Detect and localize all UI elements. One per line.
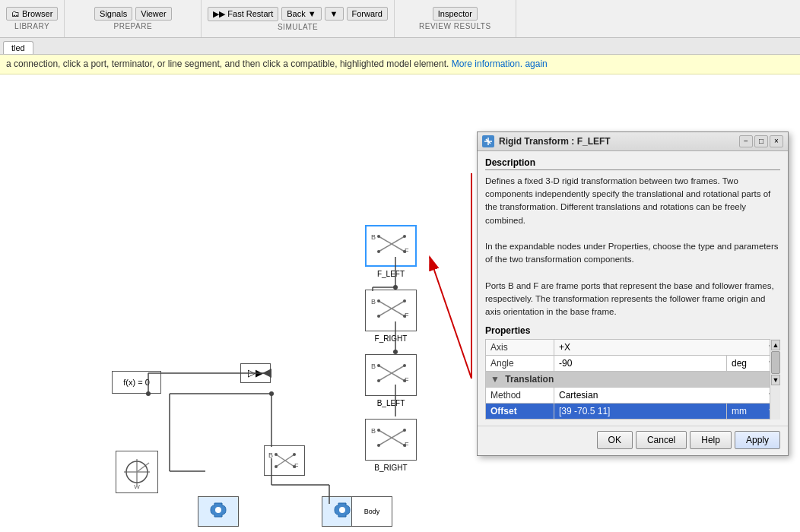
f-left-block[interactable]: B F — [365, 225, 417, 267]
translation-cell: ▼ Translation — [486, 371, 780, 387]
axis-value-cell[interactable]: +X ▼ — [554, 339, 780, 355]
viewer-button[interactable]: Viewer — [135, 7, 171, 21]
f-right-block[interactable]: B F — [365, 290, 417, 331]
world-block[interactable]: W — [116, 451, 158, 493]
help-button[interactable]: Help — [690, 431, 732, 449]
svg-text:B: B — [268, 451, 273, 459]
scrollbar-thumb[interactable] — [771, 351, 780, 374]
simulate-label: SIMULATE — [278, 23, 318, 31]
svg-point-4 — [269, 391, 274, 396]
f-right-icon: B F — [370, 293, 412, 327]
ok-button[interactable]: OK — [597, 431, 633, 449]
f-left-label: F_LEFT — [365, 270, 417, 278]
svg-point-32 — [293, 465, 296, 468]
review-label: REVIEW RESULTS — [419, 22, 491, 30]
svg-point-31 — [293, 453, 296, 456]
svg-point-63 — [403, 364, 406, 367]
restore-button[interactable]: □ — [754, 135, 768, 147]
bf-icon: B F — [265, 447, 303, 474]
toolbar: 🗂 Browser LIBRARY Signals Viewer PREPARE… — [0, 0, 800, 38]
description-text: Defines a fixed 3-D rigid transformation… — [485, 175, 780, 319]
rigid-transform-dialog: Rigid Transform : F_LEFT − □ × Descripti… — [477, 131, 789, 456]
arrow-block[interactable]: ▷▶ — [240, 363, 271, 383]
svg-point-62 — [377, 379, 380, 382]
svg-point-29 — [275, 453, 278, 456]
b-right-icon: B F — [370, 423, 412, 456]
scrollbar-down-arrow[interactable]: ▼ — [771, 375, 780, 385]
gear1-icon — [203, 499, 233, 524]
f-left-icon: B F — [370, 229, 412, 262]
library-label: LIBRARY — [14, 22, 49, 30]
forward-button[interactable]: Forward — [347, 7, 388, 21]
svg-point-61 — [377, 364, 380, 367]
offset-label: Offset — [486, 403, 554, 419]
info-banner: a connection, click a port, terminator, … — [0, 55, 800, 74]
more-info-link[interactable]: More information. — [452, 59, 522, 69]
tab-main[interactable]: tled — [3, 41, 33, 54]
bf-block[interactable]: B F — [264, 445, 305, 476]
b-left-icon: B F — [370, 358, 412, 391]
svg-point-64 — [403, 379, 406, 382]
svg-text:B: B — [371, 233, 376, 241]
minimize-button[interactable]: − — [739, 135, 753, 147]
toolbar-review-section: Inspector REVIEW RESULTS — [395, 0, 516, 37]
method-value-cell[interactable]: Cartesian ▼ — [554, 387, 780, 403]
apply-button[interactable]: Apply — [735, 431, 780, 449]
back-button[interactable]: Back ▼ — [281, 7, 321, 21]
scrollbar-up-arrow[interactable]: ▲ — [771, 340, 780, 350]
dialog-body: Description Defines a fixed 3-D rigid tr… — [478, 151, 788, 426]
angle-value-cell[interactable]: -90 — [554, 355, 727, 371]
svg-point-34 — [339, 507, 345, 513]
do-again-link[interactable]: again — [525, 59, 547, 69]
method-row: Method Cartesian ▼ — [486, 387, 780, 403]
svg-point-47 — [403, 235, 406, 238]
svg-point-72 — [403, 444, 406, 447]
method-dropdown[interactable]: Cartesian ▼ — [559, 390, 775, 401]
translation-expand-icon[interactable]: ▼ — [490, 374, 500, 385]
signals-button[interactable]: Signals — [94, 7, 132, 21]
axis-label: Axis — [486, 339, 554, 355]
svg-point-69 — [377, 429, 380, 432]
svg-point-48 — [403, 250, 406, 253]
b-right-label: B_RIGHT — [365, 464, 417, 472]
svg-point-71 — [403, 429, 406, 432]
close-button[interactable]: × — [770, 135, 783, 147]
svg-text:B: B — [371, 298, 376, 306]
method-label: Method — [486, 387, 554, 403]
properties-table: Axis +X ▼ Angle — [485, 339, 780, 420]
dialog-footer: OK Cancel Help Apply — [478, 426, 788, 455]
svg-point-33 — [215, 507, 221, 513]
gear-block-1[interactable] — [198, 496, 239, 527]
b-left-block[interactable]: B F — [365, 354, 417, 396]
axis-row: Axis +X ▼ — [486, 339, 780, 355]
scrollbar-track[interactable]: ▲ ▼ — [770, 339, 780, 420]
svg-point-30 — [275, 465, 278, 468]
b-right-block[interactable]: B F — [365, 419, 417, 461]
offset-row: Offset [39 -70.5 11] mm ▼ — [486, 403, 780, 419]
fcn-block[interactable]: f(x) = 0 — [112, 371, 161, 394]
offset-value-cell[interactable]: [39 -70.5 11] — [554, 403, 727, 419]
angle-row: Angle -90 deg ▼ — [486, 355, 780, 371]
svg-text:B: B — [371, 427, 376, 435]
toolbar-prepare-section: Signals Viewer PREPARE — [65, 0, 202, 37]
dialog-titlebar[interactable]: Rigid Transform : F_LEFT − □ × — [478, 132, 788, 151]
b-left-label: B_LEFT — [365, 399, 417, 407]
tab-strip: tled — [0, 38, 800, 55]
dialog-title-text: Rigid Transform : F_LEFT — [499, 136, 611, 147]
toolbar-library-section: 🗂 Browser LIBRARY — [0, 0, 65, 37]
separator-button: ▼ — [325, 7, 344, 21]
svg-text:W: W — [134, 483, 140, 489]
dialog-controls: − □ × — [739, 135, 783, 147]
fast-restart-button[interactable]: ▶▶ Fast Restart — [208, 7, 278, 21]
browser-button[interactable]: 🗂 Browser — [6, 7, 58, 21]
back-dropdown-icon: ▼ — [308, 9, 316, 18]
svg-point-56 — [403, 315, 406, 318]
axis-dropdown[interactable]: +X ▼ — [559, 342, 775, 353]
cancel-button[interactable]: Cancel — [636, 431, 687, 449]
body-block[interactable]: Body — [351, 496, 392, 527]
svg-point-55 — [403, 299, 406, 302]
inspector-button[interactable]: Inspector — [433, 7, 478, 21]
svg-point-45 — [377, 235, 380, 238]
properties-header: Properties — [485, 325, 780, 336]
properties-section: Properties Axis +X ▼ — [485, 325, 780, 420]
